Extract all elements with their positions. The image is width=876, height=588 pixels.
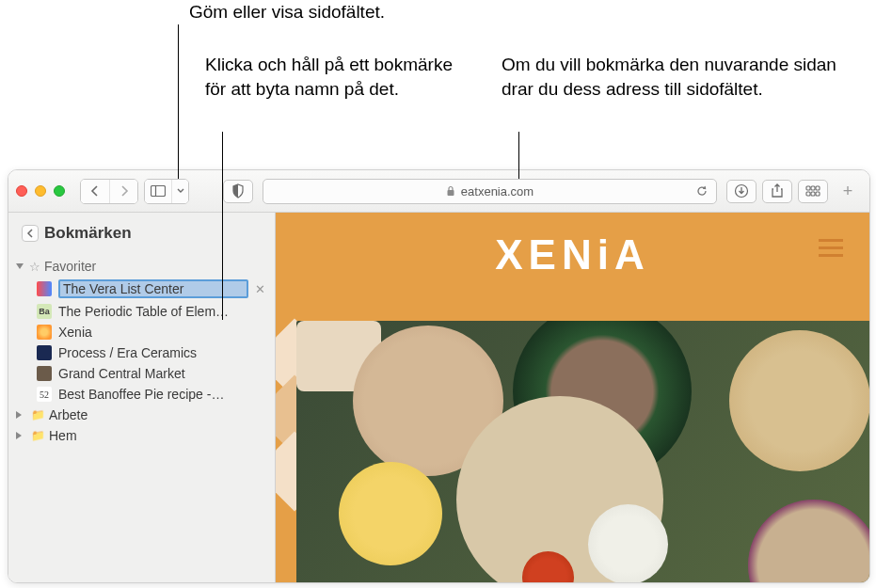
- folder-icon: 📁: [31, 429, 45, 442]
- privacy-report-button[interactable]: [223, 180, 253, 203]
- callout-line-top: [178, 24, 179, 179]
- close-window-button[interactable]: [16, 185, 27, 197]
- bookmark-folder[interactable]: 📁 Arbete: [8, 405, 275, 425]
- fullscreen-window-button[interactable]: [54, 185, 65, 197]
- callout-line-left: [222, 132, 223, 320]
- bookmark-label-editing[interactable]: The Vera List Center: [58, 279, 248, 298]
- back-button[interactable]: [81, 180, 109, 203]
- svg-rect-6: [816, 186, 820, 190]
- sidebar-title: Bokmärken: [44, 224, 132, 243]
- download-icon: [734, 183, 749, 199]
- folder-label: Hem: [49, 428, 77, 443]
- shield-icon: [231, 183, 245, 199]
- clear-edit-icon[interactable]: ✕: [255, 282, 265, 296]
- folder-icon: 📁: [31, 408, 45, 421]
- bookmark-label: Process / Era Ceramics: [58, 345, 269, 360]
- hamburger-icon: [819, 246, 843, 249]
- minimize-window-button[interactable]: [35, 185, 46, 197]
- menu-button[interactable]: [819, 239, 843, 257]
- bookmark-label: Xenia: [58, 325, 269, 340]
- sidebar-toggle-group: [144, 179, 189, 204]
- sidebar: Bokmärken ☆ Favoriter The Vera List Cent…: [8, 213, 276, 582]
- reload-icon[interactable]: [695, 184, 709, 198]
- svg-rect-9: [816, 192, 820, 196]
- share-icon: [771, 183, 784, 199]
- food-plate: [588, 504, 668, 582]
- share-button[interactable]: [762, 180, 792, 203]
- window-body: Bokmärken ☆ Favoriter The Vera List Cent…: [8, 213, 869, 582]
- callout-right: Om du vill bokmärka den nuvarande sidan …: [502, 53, 850, 101]
- chevron-left-icon: [26, 229, 34, 238]
- tabs-button[interactable]: [798, 180, 828, 203]
- bookmark-label: The Periodic Table of Elem…: [58, 304, 269, 319]
- new-tab-button[interactable]: +: [834, 180, 862, 203]
- favorites-group[interactable]: ☆ Favoriter: [8, 256, 275, 277]
- hero-image: [296, 321, 869, 582]
- svg-rect-0: [151, 186, 166, 197]
- chevron-down-icon: [177, 188, 184, 194]
- favicon-icon: [37, 325, 52, 340]
- food-plate: [748, 500, 869, 582]
- disclosure-triangle-icon: [16, 263, 24, 269]
- star-icon: ☆: [29, 260, 40, 274]
- nav-back-forward: [80, 179, 138, 204]
- bookmark-item[interactable]: 52 Best Banoffee Pie recipe -…: [8, 384, 275, 405]
- hamburger-icon: [819, 254, 843, 257]
- favorites-label: Favoriter: [44, 259, 96, 274]
- sidebar-icon: [151, 185, 166, 197]
- chevron-left-icon: [90, 185, 100, 197]
- url-text: eatxenia.com: [461, 184, 534, 199]
- folder-label: Arbete: [49, 407, 88, 422]
- bookmark-item[interactable]: Process / Era Ceramics: [8, 342, 275, 363]
- favicon-icon: Ba: [37, 304, 52, 319]
- svg-rect-2: [447, 190, 454, 196]
- sidebar-back-button[interactable]: [22, 225, 39, 242]
- favicon-icon: [37, 366, 52, 381]
- address-bar[interactable]: eatxenia.com: [263, 179, 717, 204]
- tabs-icon: [805, 185, 820, 197]
- window-controls: [16, 185, 65, 197]
- bookmarks-list: ☆ Favoriter The Vera List Center ✕ Ba Th…: [8, 252, 275, 582]
- sidebar-toggle-button[interactable]: [145, 180, 171, 203]
- bookmark-label: Best Banoffee Pie recipe -…: [58, 387, 269, 402]
- lock-icon: [446, 185, 455, 197]
- bookmark-item[interactable]: Xenia: [8, 322, 275, 342]
- toolbar: eatxenia.com: [8, 170, 869, 213]
- callout-line-right: [518, 132, 519, 179]
- plus-icon: +: [843, 182, 853, 201]
- favicon-icon: [37, 345, 52, 360]
- site-logo: XENiA: [495, 231, 649, 278]
- bookmark-item[interactable]: Grand Central Market: [8, 363, 275, 384]
- svg-rect-4: [806, 186, 810, 190]
- disclosure-triangle-icon: [16, 411, 25, 419]
- bookmark-folder[interactable]: 📁 Hem: [8, 425, 275, 446]
- downloads-button[interactable]: [726, 180, 757, 203]
- callout-left: Klicka och håll på ett bokmärke för att …: [205, 53, 478, 101]
- favicon-icon: 52: [37, 387, 52, 402]
- forward-button[interactable]: [109, 180, 137, 203]
- bookmark-item[interactable]: The Vera List Center ✕: [8, 277, 275, 301]
- food-plate: [339, 462, 442, 565]
- food-plate: [729, 330, 869, 471]
- sidebar-header: Bokmärken: [8, 213, 275, 252]
- sidebar-menu-button[interactable]: [171, 180, 188, 203]
- page-content: XENiA: [276, 213, 869, 582]
- safari-window: eatxenia.com: [8, 169, 870, 583]
- favicon-icon: [37, 281, 52, 296]
- bookmark-label: Grand Central Market: [58, 366, 269, 381]
- svg-rect-8: [811, 192, 815, 196]
- toolbar-right: [726, 180, 828, 203]
- chevron-right-icon: [119, 185, 129, 197]
- svg-rect-7: [806, 192, 810, 196]
- svg-rect-5: [811, 186, 815, 190]
- disclosure-triangle-icon: [16, 432, 25, 439]
- bookmark-item[interactable]: Ba The Periodic Table of Elem…: [8, 301, 275, 322]
- hamburger-icon: [819, 239, 843, 242]
- callout-top: Göm eller visa sidofältet.: [189, 0, 385, 24]
